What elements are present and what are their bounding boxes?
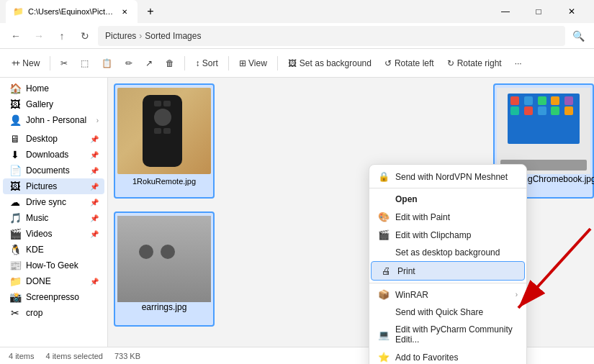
- sidebar-item-desktop[interactable]: 🖥 Desktop 📌: [3, 131, 104, 147]
- kde-icon: 🐧: [9, 244, 22, 255]
- expand-arrow-john: ›: [96, 117, 99, 124]
- search-btn[interactable]: 🔍: [568, 26, 588, 46]
- cm-separator-1: [369, 188, 526, 188]
- sidebar-item-gallery[interactable]: 🖼 Gallery: [3, 96, 104, 112]
- sidebar-label-downloads: Downloads: [26, 150, 68, 160]
- pin-music: 📌: [90, 214, 99, 222]
- sidebar-label-screenpresso: Screenpresso: [26, 292, 79, 302]
- chromebook-thumbnail: [497, 88, 590, 174]
- breadcrumb-sorted: Sorted Images: [145, 31, 201, 41]
- rename-btn[interactable]: ✏: [120, 52, 138, 75]
- context-menu: 🔒 Send with NordVPN Meshnet Open 🎨 Edit …: [369, 164, 527, 364]
- copy-btn[interactable]: ⬚: [75, 52, 94, 75]
- sidebar: 🏠 Home 🖼 Gallery 👤 John - Personal › 🖥 D…: [0, 78, 108, 347]
- cm-add-favorites[interactable]: ⭐ Add to Favorites: [369, 348, 526, 364]
- toolbar-separator-4: [277, 56, 278, 70]
- earrings-filename: earrings.jpg: [142, 302, 187, 312]
- refresh-btn[interactable]: ↻: [75, 26, 95, 46]
- cm-edit-clipchamp[interactable]: 🎬 Edit with Clipchamp: [369, 226, 526, 244]
- sidebar-label-john: John - Personal: [26, 115, 86, 125]
- delete-btn[interactable]: 🗑: [160, 52, 180, 75]
- sidebar-item-videos[interactable]: 🎬 Videos 📌: [3, 226, 104, 242]
- share-btn[interactable]: ↗: [140, 52, 158, 75]
- cm-quick-share[interactable]: Send with Quick Share: [369, 304, 526, 321]
- up-btn[interactable]: ↑: [52, 26, 72, 46]
- cm-print[interactable]: 🖨 Print: [371, 261, 525, 281]
- favorites-icon: ⭐: [378, 352, 390, 363]
- sidebar-item-documents[interactable]: 📄 Documents 📌: [3, 163, 104, 178]
- paste-icon: 📋: [102, 58, 112, 68]
- sidebar-item-howto[interactable]: 📰 How-To Geek: [3, 258, 104, 273]
- videos-icon: 🎬: [9, 228, 22, 240]
- screenpresso-icon: 📸: [9, 291, 22, 303]
- sidebar-item-crop[interactable]: ✂ crop: [3, 305, 104, 321]
- sidebar-label-pictures: Pictures: [26, 181, 57, 191]
- maximize-btn[interactable]: □: [522, 0, 555, 23]
- pin-documents: 📌: [90, 167, 99, 175]
- sidebar-item-downloads[interactable]: ⬇ Downloads 📌: [3, 147, 104, 163]
- new-btn[interactable]: + + New: [6, 52, 45, 75]
- sidebar-item-john[interactable]: 👤 John - Personal ›: [3, 112, 104, 128]
- file-item-roku[interactable]: 1RokuRemote.jpg: [114, 83, 215, 199]
- cm-set-desktop-bg[interactable]: Set as desktop background: [369, 244, 526, 261]
- new-tab-btn[interactable]: +: [139, 0, 162, 23]
- earrings-thumbnail: [117, 216, 211, 302]
- sidebar-item-screenpresso[interactable]: 📸 Screenpresso: [3, 289, 104, 305]
- sidebar-label-done: DONE: [26, 276, 51, 286]
- sidebar-item-kde[interactable]: 🐧 KDE: [3, 242, 104, 258]
- paint-icon: 🎨: [378, 211, 390, 222]
- set-bg-icon: 🖼: [288, 58, 297, 68]
- rotate-left-label: Rotate left: [395, 58, 434, 68]
- sidebar-item-pictures[interactable]: 🖼 Pictures 📌: [3, 178, 104, 194]
- rotate-right-btn[interactable]: ↻Rotate right: [441, 52, 508, 75]
- pin-desktop: 📌: [90, 135, 99, 143]
- view-btn[interactable]: ⊞ View: [233, 52, 273, 75]
- tab-close-btn[interactable]: ✕: [119, 6, 130, 17]
- active-tab[interactable]: 📁 C:\Users\Equinox\Pictures\Sor ✕: [6, 0, 138, 23]
- cm-winrar[interactable]: 📦 WinRAR ›: [369, 286, 526, 304]
- more-btn[interactable]: ···: [509, 52, 528, 75]
- back-btn[interactable]: ←: [6, 26, 26, 46]
- address-bar[interactable]: Pictures › Sorted Images: [98, 26, 565, 46]
- sidebar-item-drive-sync[interactable]: ☁ Drive sync 📌: [3, 194, 104, 210]
- rename-icon: ✏: [125, 58, 132, 68]
- sidebar-label-howto: How-To Geek: [26, 260, 78, 270]
- sidebar-label-kde: KDE: [26, 245, 44, 255]
- pictures-icon: 🖼: [9, 181, 22, 192]
- sidebar-label-gallery: Gallery: [26, 99, 53, 109]
- set-bg-label: Set as background: [300, 58, 372, 68]
- sidebar-item-done[interactable]: 📁 DONE 📌: [3, 273, 104, 289]
- sidebar-label-videos: Videos: [26, 229, 52, 239]
- cm-send-nordvpn[interactable]: 🔒 Send with NordVPN Meshnet: [369, 168, 526, 186]
- cm-edit-paint[interactable]: 🎨 Edit with Paint: [369, 208, 526, 226]
- sidebar-item-music[interactable]: 🎵 Music 📌: [3, 210, 104, 226]
- rotate-left-icon: ↺: [384, 58, 392, 68]
- pin-done: 📌: [90, 278, 99, 286]
- close-btn[interactable]: ✕: [555, 0, 588, 23]
- minimize-btn[interactable]: —: [489, 0, 522, 23]
- sidebar-item-home[interactable]: 🏠 Home: [3, 81, 104, 96]
- forward-btn[interactable]: →: [29, 26, 49, 46]
- file-content-area: 1RokuRemote.jpg: [108, 78, 594, 347]
- file-item-earrings[interactable]: earrings.jpg: [114, 211, 215, 327]
- paste-btn[interactable]: 📋: [96, 52, 118, 75]
- done-icon: 📁: [9, 276, 22, 287]
- sort-btn[interactable]: ↕ Sort: [189, 52, 223, 75]
- view-label: ⊞ View: [239, 58, 267, 68]
- cm-edit-pycharm[interactable]: 💻 Edit with PyCharm Community Editi...: [369, 321, 526, 348]
- rotate-left-btn[interactable]: ↺Rotate left: [379, 52, 440, 75]
- downloads-icon: ⬇: [9, 149, 22, 160]
- new-label: + New: [15, 58, 40, 68]
- pin-downloads: 📌: [90, 151, 99, 159]
- main-area: 🏠 Home 🖼 Gallery 👤 John - Personal › 🖥 D…: [0, 78, 594, 347]
- cm-open[interactable]: Open: [369, 191, 526, 208]
- set-bg-btn[interactable]: 🖼Set as background: [282, 52, 377, 75]
- breadcrumb-pictures: Pictures: [105, 31, 136, 41]
- sort-label: ↕ Sort: [195, 58, 217, 68]
- desktop-icon: 🖥: [9, 133, 22, 145]
- pin-drive: 📌: [90, 199, 99, 206]
- rotate-right-icon: ↻: [447, 58, 454, 68]
- rotate-right-label: Rotate right: [457, 58, 502, 68]
- cut-btn[interactable]: ✂: [55, 52, 73, 75]
- status-count: 4 items: [9, 352, 34, 360]
